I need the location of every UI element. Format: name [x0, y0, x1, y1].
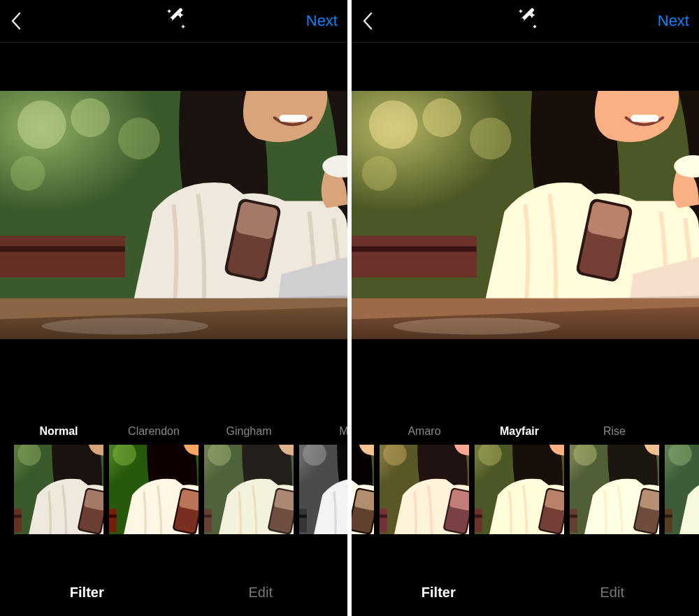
filter-thumbnail — [299, 445, 347, 534]
magic-wand-icon — [162, 8, 186, 31]
filter-strip[interactable]: AmaroMayfairRise — [352, 425, 699, 551]
filter-thumbnail — [352, 445, 374, 534]
magic-wand-icon — [514, 8, 538, 31]
filter-option[interactable]: Normal — [11, 425, 106, 551]
filter-thumbnail — [380, 445, 469, 534]
tab-edit[interactable]: Edit — [174, 585, 348, 601]
filter-option[interactable]: Clarendon — [106, 425, 201, 551]
tab-filter[interactable]: Filter — [352, 585, 526, 601]
filter-thumbnail — [570, 445, 659, 534]
filter-strip[interactable]: NormalClarendonGinghamM — [11, 425, 347, 551]
tab-filter[interactable]: Filter — [0, 585, 174, 601]
auto-enhance-button[interactable] — [514, 8, 538, 34]
filter-label: Normal — [39, 425, 78, 445]
header: Next — [0, 0, 347, 43]
back-button[interactable] — [10, 11, 22, 31]
next-button[interactable]: Next — [658, 12, 689, 30]
photo-preview[interactable] — [0, 91, 347, 339]
filter-label: Amaro — [408, 425, 440, 445]
filter-thumbnail — [665, 445, 699, 534]
tab-edit[interactable]: Edit — [526, 585, 700, 601]
filter-thumbnail — [475, 445, 564, 534]
filter-option[interactable]: Mayfair — [472, 425, 567, 551]
filter-option[interactable] — [352, 425, 377, 551]
phone-pane-left: Next NormalClarendonGinghamM Filter Edit — [0, 0, 347, 616]
next-button[interactable]: Next — [306, 12, 338, 30]
filter-option[interactable]: M — [296, 425, 347, 551]
back-button[interactable] — [361, 11, 374, 31]
chevron-left-icon — [10, 11, 22, 31]
filter-option[interactable] — [662, 425, 699, 551]
filter-thumbnail — [109, 445, 199, 534]
filter-option[interactable]: Rise — [567, 425, 662, 551]
bottom-tabs: Filter Edit — [0, 568, 347, 616]
header: Next — [352, 0, 699, 43]
comparison-stage: Next NormalClarendonGinghamM Filter Edit… — [0, 0, 699, 616]
filter-label: M — [339, 425, 347, 445]
filter-option[interactable]: Amaro — [377, 425, 472, 551]
auto-enhance-button[interactable] — [162, 8, 186, 34]
phone-pane-right: Next AmaroMayfairRise Filter Edit — [352, 0, 699, 616]
filter-label: Clarendon — [128, 425, 180, 445]
filter-thumbnail — [204, 445, 294, 534]
filter-label: Gingham — [226, 425, 272, 445]
bottom-tabs: Filter Edit — [352, 568, 699, 616]
filter-label: Mayfair — [500, 425, 539, 445]
filter-option[interactable]: Gingham — [201, 425, 296, 551]
photo-preview[interactable] — [352, 91, 699, 339]
filter-label: Rise — [603, 425, 626, 445]
filter-thumbnail — [14, 445, 103, 534]
chevron-left-icon — [361, 11, 374, 31]
